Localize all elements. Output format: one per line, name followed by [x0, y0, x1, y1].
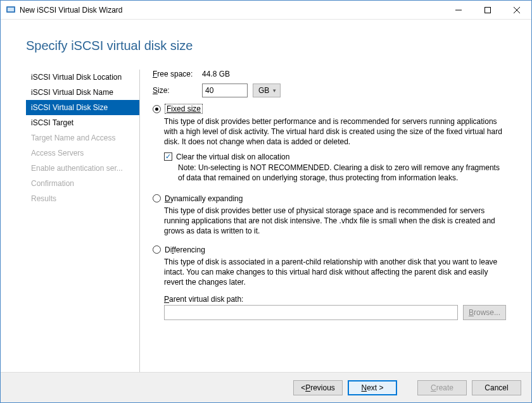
- cancel-button[interactable]: Cancel: [472, 380, 521, 395]
- wizard-steps: iSCSI Virtual Disk Location iSCSI Virtua…: [26, 70, 140, 372]
- differencing-desc: This type of disk is associated in a par…: [164, 257, 506, 288]
- size-label: Size:: [153, 86, 202, 95]
- fixed-size-desc: This type of disk provides better perfor…: [164, 116, 506, 147]
- step-disk-size[interactable]: iSCSI Virtual Disk Size: [26, 100, 139, 115]
- browse-button[interactable]: Browse...: [463, 305, 506, 320]
- wizard-footer: < Previous Next > Create Cancel: [1, 372, 531, 402]
- free-space-label: Free space:: [153, 70, 202, 78]
- window-title: New iSCSI Virtual Disk Wizard: [20, 6, 444, 15]
- app-icon: [6, 5, 16, 15]
- svg-rect-3: [485, 7, 491, 13]
- svg-rect-1: [8, 8, 14, 11]
- size-input[interactable]: [202, 84, 248, 97]
- main-panel: Free space: 44.8 GB Size: GB ▾ Fixed siz…: [140, 70, 506, 372]
- step-disk-name[interactable]: iSCSI Virtual Disk Name: [26, 85, 139, 100]
- step-authentication: Enable authentication ser...: [26, 161, 139, 176]
- step-disk-location[interactable]: iSCSI Virtual Disk Location: [26, 70, 139, 85]
- radio-fixed-size[interactable]: [153, 105, 161, 113]
- checkbox-clear-disk[interactable]: ✓: [164, 152, 172, 161]
- maximize-button[interactable]: [473, 1, 502, 20]
- titlebar: New iSCSI Virtual Disk Wizard: [1, 1, 531, 20]
- step-confirmation: Confirmation: [26, 176, 139, 191]
- radio-differencing-label: Differencing: [165, 245, 205, 254]
- step-target-name: Target Name and Access: [26, 130, 139, 146]
- step-access-servers: Access Servers: [26, 146, 139, 161]
- step-iscsi-target[interactable]: iSCSI Target: [26, 115, 139, 130]
- size-unit-select[interactable]: GB ▾: [253, 84, 281, 97]
- radio-fixed-size-label: Fixed size: [165, 104, 203, 114]
- parent-path-input[interactable]: [164, 305, 458, 320]
- create-button: Create: [417, 380, 467, 395]
- clear-disk-note: Note: Un-selecting is NOT RECOMMENDED. C…: [178, 163, 506, 183]
- minimize-button[interactable]: [444, 1, 473, 20]
- previous-button[interactable]: < Previous: [293, 380, 343, 395]
- page-title: Specify iSCSI virtual disk size: [26, 39, 506, 53]
- size-unit-value: GB: [258, 86, 269, 95]
- next-button[interactable]: Next >: [348, 380, 397, 395]
- close-button[interactable]: [502, 1, 531, 20]
- radio-dynamic[interactable]: [153, 194, 161, 202]
- checkbox-clear-disk-label: Clear the virtual disk on allocation: [176, 152, 289, 161]
- radio-dynamic-label: Dynamically expanding: [165, 194, 243, 203]
- parent-path-label: Parent virtual disk path:: [164, 295, 506, 304]
- chevron-down-icon: ▾: [273, 87, 276, 94]
- radio-differencing[interactable]: [153, 245, 161, 254]
- free-space-value: 44.8 GB: [202, 70, 230, 78]
- dynamic-desc: This type of disk provides better use of…: [164, 206, 506, 237]
- step-results: Results: [26, 191, 139, 206]
